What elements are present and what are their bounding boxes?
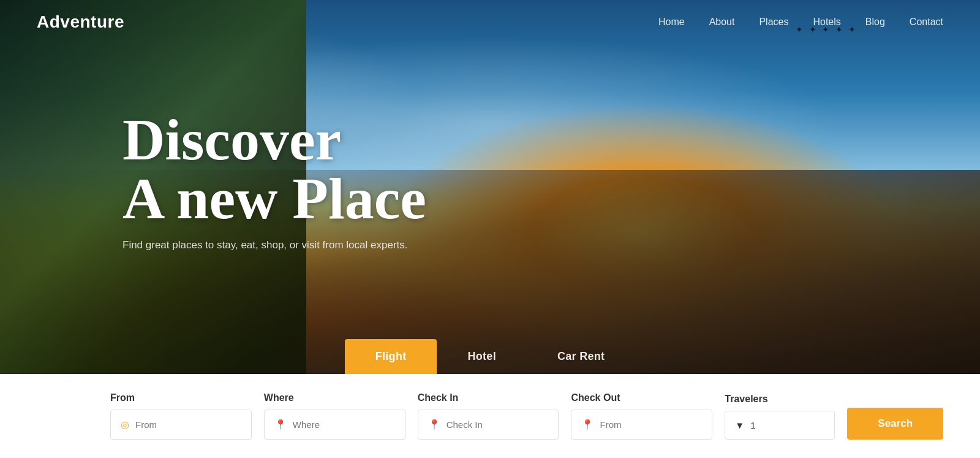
checkin-field: Check In 📍 (418, 392, 559, 440)
from-input-wrapper[interactable]: ◎ (110, 410, 252, 440)
travelers-label: Travelers (725, 394, 835, 405)
brand-logo[interactable]: Adventure (37, 12, 124, 32)
where-input[interactable] (293, 419, 395, 430)
travelers-field: Travelers ▼ 1 (725, 394, 835, 440)
nav-contact[interactable]: Contact (910, 17, 943, 27)
hero-title-line2: A new Place (123, 166, 426, 231)
tab-car-rent[interactable]: Car Rent (527, 339, 635, 374)
navbar: Adventure Home About Places Hotels Blog … (0, 0, 980, 44)
checkin-label: Check In (418, 392, 559, 403)
tab-flight[interactable]: Flight (345, 339, 437, 374)
hero-content: Discover A new Place Find great places t… (123, 110, 426, 251)
from-label: From (110, 392, 252, 403)
from-input[interactable] (135, 419, 241, 430)
nav-hotels[interactable]: Hotels (813, 17, 840, 27)
from-field: From ◎ (110, 392, 252, 440)
where-icon: 📍 (274, 419, 287, 430)
travelers-input-wrapper[interactable]: ▼ 1 (725, 411, 835, 440)
hero-section: ✦ ✦ ✦ ✦ ✦ Adventure Home About Places Ho… (0, 0, 980, 458)
checkout-icon: 📍 (581, 419, 594, 430)
nav-links: Home About Places Hotels Blog Contact (658, 17, 943, 28)
where-input-wrapper[interactable]: 📍 (264, 410, 405, 440)
where-label: Where (264, 392, 405, 403)
travelers-value: 1 (750, 420, 755, 430)
search-button[interactable]: Search (847, 408, 943, 440)
from-icon: ◎ (121, 419, 129, 430)
checkout-field: Check Out 📍 (571, 392, 712, 440)
checkout-input[interactable] (600, 419, 702, 430)
checkout-label: Check Out (571, 392, 712, 403)
nav-about[interactable]: About (709, 17, 735, 27)
hero-title: Discover A new Place (123, 110, 426, 228)
chevron-down-icon: ▼ (735, 420, 744, 430)
checkin-input-wrapper[interactable]: 📍 (418, 410, 559, 440)
where-field: Where 📍 (264, 392, 405, 440)
search-panel: From ◎ Where 📍 Check In 📍 (0, 374, 980, 458)
nav-places[interactable]: Places (759, 17, 788, 27)
checkout-input-wrapper[interactable]: 📍 (571, 410, 712, 440)
nav-blog[interactable]: Blog (865, 17, 885, 27)
search-tabs: Flight Hotel Car Rent (0, 339, 980, 374)
checkin-icon: 📍 (428, 419, 440, 430)
nav-home[interactable]: Home (658, 17, 685, 27)
checkin-input[interactable] (447, 419, 549, 430)
tab-hotel[interactable]: Hotel (437, 339, 527, 374)
hero-title-line1: Discover (123, 107, 341, 172)
search-section: Flight Hotel Car Rent From ◎ Where 📍 (0, 339, 980, 458)
hero-subtitle: Find great places to stay, eat, shop, or… (123, 239, 426, 251)
